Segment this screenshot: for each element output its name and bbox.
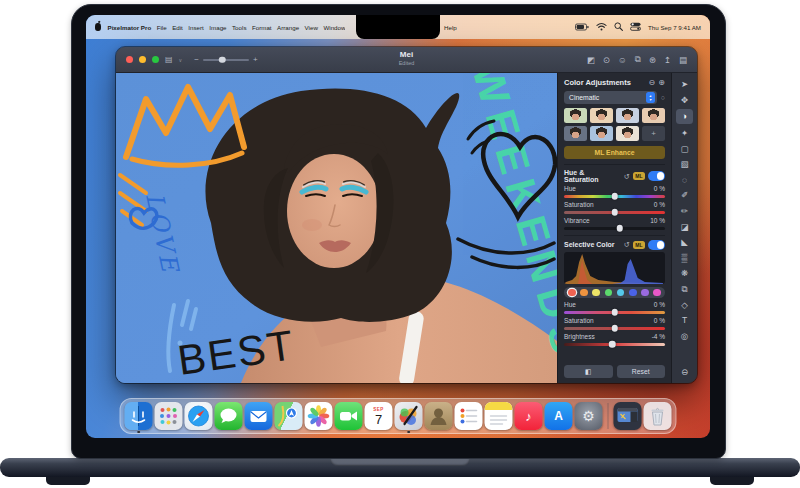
minimize-button[interactable]: [139, 56, 146, 63]
preset-thumbnail[interactable]: [564, 126, 587, 141]
selective-saturation-slider[interactable]: [564, 327, 665, 330]
slider-thumb[interactable]: [611, 209, 618, 216]
dock-mail[interactable]: [245, 402, 273, 430]
tool-effects[interactable]: ✦: [677, 127, 692, 140]
color-swatch-icon[interactable]: ◩: [587, 55, 595, 65]
close-button[interactable]: [126, 56, 133, 63]
control-center-icon[interactable]: [630, 22, 641, 32]
wifi-icon[interactable]: [596, 22, 607, 32]
zoom-control[interactable]: − +: [194, 55, 257, 64]
tool-color-adjustments[interactable]: ◑: [676, 109, 693, 124]
dock-trash[interactable]: [644, 402, 672, 430]
tool-eraser[interactable]: ◪: [677, 220, 692, 233]
remove-tool-icon[interactable]: ⊖: [677, 366, 692, 379]
dock-facetime[interactable]: [335, 402, 363, 430]
tool-paint[interactable]: ✏: [677, 205, 692, 218]
preset-thumbnail[interactable]: [616, 126, 639, 141]
tool-gradient[interactable]: ▒: [677, 252, 692, 265]
slider-thumb[interactable]: [609, 341, 616, 348]
ml-enhance-button[interactable]: ML Enhance: [564, 146, 665, 159]
menu-image[interactable]: Image: [209, 24, 226, 31]
tool-retouch[interactable]: ❋: [677, 267, 692, 280]
share-icon[interactable]: ↥: [664, 55, 671, 65]
dock-launchpad[interactable]: [155, 402, 183, 430]
dock-finder[interactable]: [125, 402, 153, 430]
dock-safari[interactable]: [185, 402, 213, 430]
tool-shape[interactable]: ◇: [677, 298, 692, 311]
ml-badge[interactable]: ML: [633, 172, 645, 180]
selective-color-toggle[interactable]: [648, 240, 665, 250]
zoom-slider-thumb[interactable]: [219, 56, 226, 63]
battery-icon[interactable]: [575, 23, 589, 32]
tool-zoom[interactable]: ◎: [677, 330, 692, 343]
zoom-out-button[interactable]: −: [194, 55, 199, 64]
dock-music[interactable]: ♪: [515, 402, 543, 430]
reset-section-icon[interactable]: ↺: [623, 172, 629, 181]
fullscreen-button[interactable]: [152, 56, 159, 63]
crop-tool-icon[interactable]: ⧉: [635, 54, 641, 65]
tool-crop[interactable]: ▢: [677, 142, 692, 155]
tool-quick-select[interactable]: ✐: [677, 189, 692, 202]
photo-canvas[interactable]: LOVE WEEKENDS BEST: [116, 73, 557, 383]
tool-clone[interactable]: ⧉: [677, 283, 692, 296]
menu-app-name[interactable]: Pixelmator Pro: [108, 24, 152, 31]
add-preset-button[interactable]: +: [642, 126, 665, 141]
swatch-magenta[interactable]: [653, 289, 661, 297]
spotlight-search-icon[interactable]: [614, 22, 623, 32]
vibrance-slider[interactable]: [564, 227, 665, 230]
preset-dropdown[interactable]: Cinematic ▴▾: [564, 91, 657, 104]
preset-thumbnail[interactable]: [590, 108, 613, 123]
dock-app-store[interactable]: A: [545, 402, 573, 430]
preset-options-icon[interactable]: ○: [661, 94, 665, 101]
menu-tools[interactable]: Tools: [232, 24, 246, 31]
swatch-yellow[interactable]: [592, 289, 600, 297]
preset-thumbnail[interactable]: [642, 108, 665, 123]
swatch-red[interactable]: [568, 289, 576, 297]
slider-thumb[interactable]: [611, 193, 618, 200]
dock-minimized-window[interactable]: [614, 402, 642, 430]
swatch-blue[interactable]: [629, 289, 637, 297]
account-icon[interactable]: ☺: [618, 55, 627, 65]
toggle-sidebar-icon[interactable]: ▤: [679, 55, 687, 65]
dock-pixelmator-pro[interactable]: [395, 402, 423, 430]
add-adjustment-icon[interactable]: ⊕: [658, 79, 665, 87]
zoom-slider[interactable]: [203, 59, 249, 61]
decorate-menu-icon[interactable]: ⊛: [649, 55, 656, 65]
menu-view[interactable]: View: [305, 24, 318, 31]
time-limit-icon[interactable]: ⊙: [603, 55, 610, 65]
hue-slider[interactable]: [564, 195, 665, 198]
menu-file[interactable]: File: [157, 24, 167, 31]
selective-hue-slider[interactable]: [564, 311, 665, 314]
dock-reminders[interactable]: [455, 402, 483, 430]
window-titlebar[interactable]: ▤ ∨ − + Mei Edited ◩ ⊙ ☺ ⧉ ⊛ ↥: [116, 47, 697, 73]
preset-thumbnail[interactable]: [590, 126, 613, 141]
tool-rect-select[interactable]: ▧: [677, 158, 692, 171]
reset-button[interactable]: Reset: [617, 365, 666, 378]
reset-section-icon[interactable]: ↺: [623, 240, 629, 249]
remove-adjustment-icon[interactable]: ⊖: [649, 79, 656, 87]
compare-button[interactable]: ◧: [564, 365, 613, 378]
apple-menu-icon[interactable]: [95, 23, 101, 31]
dock-messages[interactable]: [215, 402, 243, 430]
menu-arrange[interactable]: Arrange: [277, 24, 299, 31]
dock-system-settings[interactable]: ⚙: [575, 402, 603, 430]
menu-window[interactable]: Window: [323, 24, 345, 31]
brightness-slider[interactable]: [564, 343, 665, 346]
swatch-orange[interactable]: [580, 289, 588, 297]
tool-transform[interactable]: ✥: [677, 94, 692, 107]
menu-format[interactable]: Format: [252, 24, 272, 31]
slider-thumb[interactable]: [611, 325, 618, 332]
preset-thumbnail[interactable]: [564, 108, 587, 123]
menu-help[interactable]: Help: [444, 24, 457, 31]
menu-clock[interactable]: Thu Sep 7 9:41 AM: [648, 24, 701, 31]
tool-free-select[interactable]: ◌: [677, 174, 692, 187]
menu-insert[interactable]: Insert: [188, 24, 203, 31]
tool-type[interactable]: T: [677, 314, 692, 327]
dock-maps[interactable]: [275, 402, 303, 430]
slider-thumb[interactable]: [611, 309, 618, 316]
dock-notes[interactable]: [485, 402, 513, 430]
tool-fill[interactable]: ◣: [677, 236, 692, 249]
swatch-green[interactable]: [605, 289, 613, 297]
slider-thumb[interactable]: [616, 225, 623, 232]
dock-photos[interactable]: [305, 402, 333, 430]
